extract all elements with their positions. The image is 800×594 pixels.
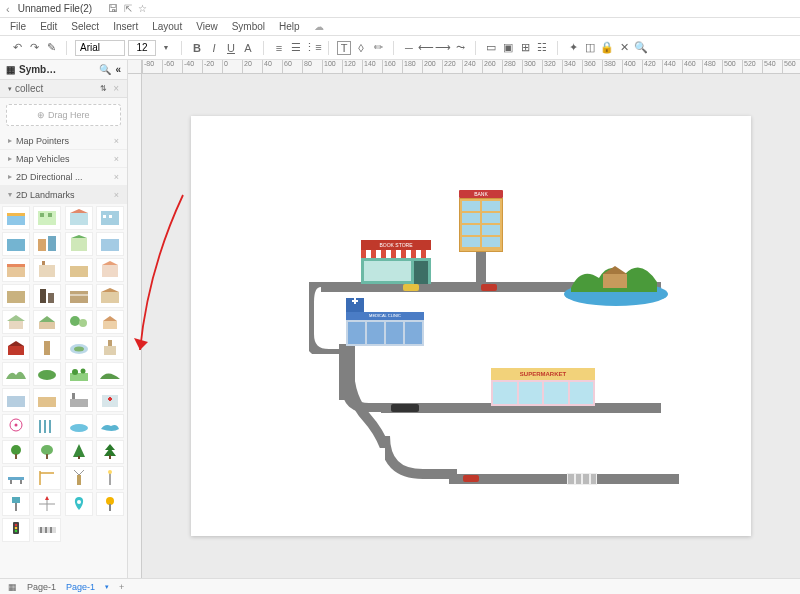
menu-help[interactable]: Help bbox=[279, 21, 300, 32]
tab-chevron-icon[interactable]: ▾ bbox=[105, 583, 109, 591]
bus-black[interactable] bbox=[391, 404, 419, 412]
format-painter-icon[interactable]: ✎ bbox=[44, 41, 58, 55]
shape-hills-1[interactable] bbox=[2, 362, 30, 386]
shape-building-10[interactable] bbox=[33, 258, 61, 282]
shape-crane[interactable] bbox=[33, 466, 61, 490]
shape-pin[interactable] bbox=[65, 492, 93, 516]
shape-building-14[interactable] bbox=[33, 284, 61, 308]
cloud-icon[interactable]: ☁ bbox=[314, 21, 324, 32]
menu-layout[interactable]: Layout bbox=[152, 21, 182, 32]
bank-building[interactable]: BANK bbox=[459, 190, 503, 252]
search-icon[interactable]: 🔍 bbox=[634, 41, 648, 55]
shape-hospital[interactable] bbox=[96, 388, 124, 412]
fill-icon[interactable]: ◊ bbox=[354, 41, 368, 55]
menu-select[interactable]: Select bbox=[71, 21, 99, 32]
shape-building-13[interactable] bbox=[2, 284, 30, 308]
sort-icon[interactable]: ⇅ bbox=[100, 84, 107, 93]
redo-icon[interactable]: ↷ bbox=[27, 41, 41, 55]
shape-building-9[interactable] bbox=[2, 258, 30, 282]
canvas-area[interactable]: -80-60-40-200204060801001201401601802002… bbox=[128, 60, 800, 578]
export-icon[interactable]: ⇱ bbox=[124, 3, 132, 14]
layers-icon[interactable]: ☷ bbox=[535, 41, 549, 55]
shape-columns[interactable] bbox=[33, 414, 61, 438]
lock-icon[interactable]: 🔒 bbox=[600, 41, 614, 55]
category-2d-landmarks[interactable]: ▾2D Landmarks× bbox=[0, 186, 127, 204]
group-icon[interactable]: ⊞ bbox=[518, 41, 532, 55]
add-page-button[interactable]: + bbox=[119, 582, 124, 592]
shape-icon[interactable]: ▭ bbox=[484, 41, 498, 55]
arrow-start-icon[interactable]: ⟵ bbox=[419, 41, 433, 55]
shape-house-3[interactable] bbox=[96, 310, 124, 334]
shape-marker[interactable] bbox=[96, 492, 124, 516]
shape-barn[interactable] bbox=[2, 336, 30, 360]
shape-mall[interactable] bbox=[2, 388, 30, 412]
shape-tree-round[interactable] bbox=[2, 440, 30, 464]
menu-symbol[interactable]: Symbol bbox=[232, 21, 265, 32]
line-style-icon[interactable]: ─ bbox=[402, 41, 416, 55]
align-icon[interactable]: ≡ bbox=[272, 41, 286, 55]
shape-building-15[interactable] bbox=[65, 284, 93, 308]
shape-house-1[interactable] bbox=[2, 310, 30, 334]
shape-tree-pine[interactable] bbox=[65, 440, 93, 464]
shape-building-4[interactable] bbox=[96, 206, 124, 230]
category-map-vehicles[interactable]: ▸Map Vehicles× bbox=[0, 150, 127, 168]
shape-building-7[interactable] bbox=[65, 232, 93, 256]
shape-field[interactable] bbox=[33, 362, 61, 386]
collect-close-icon[interactable]: × bbox=[113, 83, 119, 94]
collect-label[interactable]: collect bbox=[15, 83, 43, 94]
line-spacing-icon[interactable]: ☰ bbox=[289, 41, 303, 55]
shape-building-6[interactable] bbox=[33, 232, 61, 256]
list-icon[interactable]: ⋮≡ bbox=[306, 41, 320, 55]
shape-tower[interactable] bbox=[33, 336, 61, 360]
car-red-2[interactable] bbox=[463, 475, 479, 482]
crosswalk[interactable] bbox=[567, 473, 597, 485]
font-size-select[interactable] bbox=[128, 40, 156, 56]
menu-insert[interactable]: Insert bbox=[113, 21, 138, 32]
font-color-icon[interactable]: A bbox=[241, 41, 255, 55]
menu-file[interactable]: File bbox=[10, 21, 26, 32]
shape-church[interactable] bbox=[96, 336, 124, 360]
shape-factory[interactable] bbox=[65, 388, 93, 412]
pages-icon[interactable]: ▦ bbox=[8, 582, 17, 592]
chevron-down-icon[interactable]: ▼ bbox=[159, 41, 173, 55]
shape-pond[interactable] bbox=[65, 414, 93, 438]
category-2d-directional[interactable]: ▸2D Directional ...× bbox=[0, 168, 127, 186]
pen-icon[interactable]: ✏ bbox=[371, 41, 385, 55]
shape-tree-fir[interactable] bbox=[96, 440, 124, 464]
page-tab[interactable]: Page-1 bbox=[66, 582, 95, 592]
panel-search-icon[interactable]: 🔍 bbox=[99, 64, 111, 75]
shape-ferris-wheel[interactable] bbox=[2, 414, 30, 438]
image-icon[interactable]: ▣ bbox=[501, 41, 515, 55]
shape-tree-oak[interactable] bbox=[33, 440, 61, 464]
bookstore-building[interactable]: BOOK STORE bbox=[361, 240, 431, 284]
grid-icon[interactable]: ▦ bbox=[6, 64, 15, 75]
back-button[interactable]: ‹ bbox=[6, 3, 10, 15]
underline-icon[interactable]: U bbox=[224, 41, 238, 55]
italic-icon[interactable]: I bbox=[207, 41, 221, 55]
shape-compass[interactable] bbox=[33, 492, 61, 516]
shape-trees-1[interactable] bbox=[65, 310, 93, 334]
shape-building-12[interactable] bbox=[96, 258, 124, 282]
shape-school[interactable] bbox=[33, 388, 61, 412]
shape-bench[interactable] bbox=[2, 466, 30, 490]
shape-building-3[interactable] bbox=[65, 206, 93, 230]
shape-building-8[interactable] bbox=[96, 232, 124, 256]
shape-building-11[interactable] bbox=[65, 258, 93, 282]
shape-hills-2[interactable] bbox=[96, 362, 124, 386]
medical-building[interactable]: MEDICAL CLINIC bbox=[346, 298, 424, 346]
shape-building-2[interactable] bbox=[33, 206, 61, 230]
drag-here-zone[interactable]: ⊕ Drag Here bbox=[6, 104, 121, 126]
arrange-icon[interactable]: ◫ bbox=[583, 41, 597, 55]
arrow-end-icon[interactable]: ⟶ bbox=[436, 41, 450, 55]
font-select[interactable] bbox=[75, 40, 125, 56]
category-map-pointers[interactable]: ▸Map Pointers× bbox=[0, 132, 127, 150]
shape-windmill[interactable] bbox=[65, 466, 93, 490]
text-tool-icon[interactable]: T bbox=[337, 41, 351, 55]
connector-icon[interactable]: ⤳ bbox=[453, 41, 467, 55]
bold-icon[interactable]: B bbox=[190, 41, 204, 55]
shape-stadium[interactable] bbox=[65, 336, 93, 360]
star-icon[interactable]: ☆ bbox=[138, 3, 147, 14]
car-red-1[interactable] bbox=[481, 284, 497, 291]
shape-streetlight[interactable] bbox=[96, 466, 124, 490]
canvas-page[interactable]: BANK BOOK STORE bbox=[191, 116, 751, 536]
